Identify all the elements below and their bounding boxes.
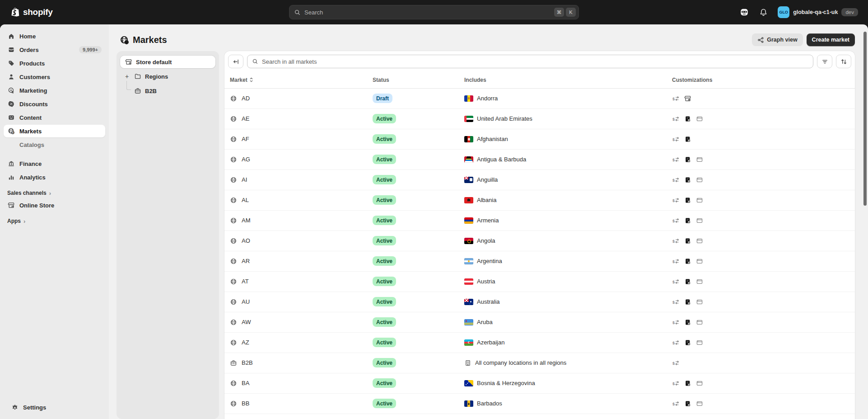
global-search-bar[interactable]: Search ⌘ K [289,5,579,19]
table-row[interactable]: AL Active Albania $ [224,190,855,211]
domain-icon[interactable] [695,176,703,184]
table-row[interactable]: AD Draft Andorra $ [224,89,855,109]
shopify-logo[interactable]: shopify [11,7,52,17]
sidebar-section-apps[interactable]: Apps› [4,215,105,227]
domain-icon[interactable] [695,400,703,407]
domain-icon[interactable] [695,115,703,122]
table-row[interactable]: AU Active Australia $ [224,292,855,312]
currency-exchange-icon[interactable]: $ [672,278,680,285]
domain-icon[interactable] [695,155,703,163]
table-row[interactable]: AZ Active Azerbaijan $ [224,333,855,353]
tree-item-store-default[interactable]: Store default [120,56,215,68]
currency-exchange-icon[interactable]: $ [672,379,680,387]
catalog-icon[interactable] [684,298,691,306]
currency-exchange-icon[interactable]: $ [672,298,680,306]
table-row[interactable]: BA Active Bosnia & Herzegovina $ [224,373,855,394]
sidebar-item-orders[interactable]: Orders 9,999+ [4,43,105,56]
globe-icon [230,258,237,265]
table-row[interactable]: AT Active Austria $ [224,272,855,292]
domain-icon[interactable] [695,298,703,306]
catalog-icon[interactable] [684,318,691,326]
domain-icon[interactable] [695,196,703,204]
table-row[interactable]: BB Active Barbados $ [224,394,855,414]
markets-search-field[interactable] [247,55,813,68]
sidebar-item-content[interactable]: Content [4,111,105,124]
vertical-scrollbar[interactable] [863,32,867,206]
catalog-icon[interactable] [684,115,691,122]
currency-exchange-icon[interactable]: $ [672,155,680,163]
tree-item-b2b[interactable]: B2B [124,85,215,97]
sidebar-item-online-store[interactable]: Online Store [4,199,105,212]
currency-exchange-icon[interactable]: $ [672,318,680,326]
currency-exchange-icon[interactable]: $ [672,217,680,224]
storefront-icon[interactable] [684,94,691,102]
sidebar-item-home[interactable]: Home [4,30,105,42]
catalog-icon[interactable] [684,155,691,163]
catalog-icon[interactable] [684,278,691,285]
table-row-partial[interactable]: Active [224,414,855,419]
catalog-icon[interactable] [684,217,691,224]
sidebar-section-sales-channels[interactable]: Sales channels› [4,187,105,199]
currency-exchange-icon[interactable]: $ [672,94,680,102]
catalog-icon[interactable] [684,196,691,204]
column-header-customizations[interactable]: Customizations [672,77,855,83]
sidebar-item-markets[interactable]: $ Markets [4,125,105,137]
catalog-icon[interactable] [684,339,691,346]
sidebar-item-finance[interactable]: Finance [4,157,105,170]
table-row[interactable]: AG Active Antigua & Barbuda $ [224,150,855,170]
domain-icon[interactable] [695,318,703,326]
currency-exchange-icon[interactable]: $ [672,115,680,122]
catalog-icon[interactable] [684,176,691,184]
sidebar-item-discounts[interactable]: Discounts [4,98,105,110]
currency-exchange-icon[interactable]: $ [672,196,680,204]
filter-button[interactable] [817,55,832,68]
table-row[interactable]: AI Active Anguilla $ [224,170,855,190]
create-market-button[interactable]: Create market [807,33,855,46]
currency-exchange-icon[interactable]: $ [672,237,680,245]
column-header-includes[interactable]: Includes [464,77,672,83]
table-row[interactable]: AF Active Afghanistan $ [224,129,855,150]
sidebar-item-marketing[interactable]: Marketing [4,84,105,97]
collapse-panel-button[interactable] [228,55,243,68]
catalog-icon[interactable] [684,257,691,265]
sidebar-item-products[interactable]: Products [4,57,105,70]
sort-button[interactable] [836,55,851,68]
sidebar-item-settings[interactable]: Settings [7,401,102,414]
currency-exchange-icon[interactable]: $ [672,359,680,367]
graph-view-button[interactable]: Graph view [752,33,803,46]
sidebar-item-analytics[interactable]: Analytics [4,171,105,184]
store-menu[interactable]: GLO globale-qa-c1-uk dev [775,5,861,20]
catalog-icon[interactable] [684,135,691,143]
column-header-status[interactable]: Status [373,77,464,83]
catalog-icon[interactable] [684,237,691,245]
markets-search-input[interactable] [262,58,808,65]
domain-icon[interactable] [695,278,703,285]
currency-exchange-icon[interactable]: $ [672,339,680,346]
table-row[interactable]: AM Active Armenia $ [224,211,855,231]
domain-icon[interactable] [695,217,703,224]
currency-exchange-icon[interactable]: $ [672,257,680,265]
table-row[interactable]: AO Active Angola $ [224,231,855,251]
table-row[interactable]: B2B Active All company locations in all … [224,353,855,373]
domain-icon[interactable] [695,339,703,346]
currency-exchange-icon[interactable]: $ [672,135,680,143]
catalog-icon[interactable] [684,400,691,407]
sidebar-item-customers[interactable]: Customers [4,71,105,83]
tree-item-regions[interactable]: + Regions [124,70,215,83]
table-row[interactable]: AR Active Argentina $ [224,251,855,272]
catalog-icon[interactable] [684,379,691,387]
currency-exchange-icon[interactable]: $ [672,400,680,407]
table-row[interactable]: AW Active Aruba $ [224,312,855,333]
expand-icon[interactable]: + [124,73,130,80]
globe-icon [230,95,237,102]
table-row[interactable]: AE Active United Arab Emirates $ [224,109,855,129]
domain-icon[interactable] [695,257,703,265]
domain-icon[interactable] [695,237,703,245]
domain-icon[interactable] [695,379,703,387]
column-header-market[interactable]: Market [230,77,373,83]
notifications-button[interactable] [756,5,770,19]
table-row[interactable]: Active [224,414,855,419]
currency-exchange-icon[interactable]: $ [672,176,680,184]
sidekick-button[interactable] [737,5,751,19]
sidebar-item-catalogs[interactable]: Catalogs [4,138,105,151]
